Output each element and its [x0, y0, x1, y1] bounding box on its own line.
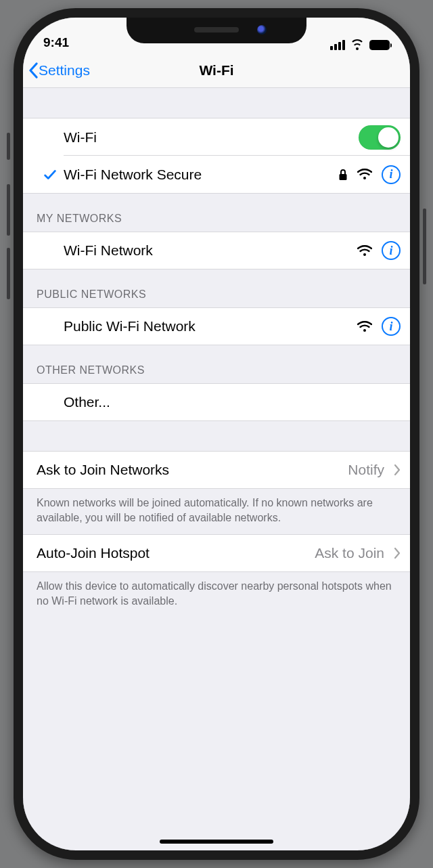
connected-network-name: Wi-Fi Network Secure — [64, 167, 338, 183]
public-network-row[interactable]: Public Wi-Fi Network i — [23, 307, 410, 345]
ask-to-join-label: Ask to Join Networks — [37, 462, 348, 478]
ask-to-join-row[interactable]: Ask to Join Networks Notify — [23, 451, 410, 489]
back-label: Settings — [39, 62, 90, 79]
status-time: 9:41 — [43, 35, 330, 50]
home-indicator[interactable] — [160, 840, 273, 844]
front-camera — [257, 25, 267, 35]
status-bar: 9:41 — [23, 18, 410, 53]
navigation-bar: Settings Wi-Fi — [23, 53, 410, 88]
phone-frame: 9:41 Settings Wi-Fi — [14, 8, 419, 860]
auto-join-value: Ask to Join — [315, 545, 384, 561]
svg-point-2 — [363, 253, 366, 256]
back-button[interactable]: Settings — [28, 62, 90, 79]
ask-to-join-footer: Known networks will be joined automatica… — [23, 489, 410, 534]
other-networks-header: OTHER NETWORKS — [23, 345, 410, 383]
wifi-signal-icon — [357, 245, 372, 257]
wifi-toggle-label: Wi-Fi — [64, 129, 359, 146]
auto-join-row[interactable]: Auto-Join Hotspot Ask to Join — [23, 534, 410, 572]
wifi-toggle-row: Wi-Fi — [23, 118, 410, 156]
ask-to-join-value: Notify — [348, 462, 384, 478]
network-name: Wi-Fi Network — [64, 242, 357, 259]
my-networks-header: MY NETWORKS — [23, 194, 410, 232]
volume-up-button — [7, 184, 10, 236]
checkmark-icon — [43, 167, 58, 182]
wifi-signal-icon — [357, 169, 372, 180]
other-network-row[interactable]: Other... — [23, 383, 410, 421]
connected-network-row[interactable]: Wi-Fi Network Secure i — [23, 156, 410, 194]
svg-rect-0 — [340, 174, 347, 180]
battery-icon — [369, 40, 390, 50]
volume-down-button — [7, 248, 10, 299]
mute-switch — [7, 133, 10, 160]
lock-icon — [338, 169, 348, 181]
chevron-right-icon — [394, 547, 401, 559]
earpiece — [194, 27, 239, 32]
cellular-signal-icon — [330, 40, 345, 50]
wifi-signal-icon — [357, 321, 372, 332]
svg-point-3 — [363, 329, 366, 332]
chevron-left-icon — [28, 62, 38, 79]
auto-join-label: Auto-Join Hotspot — [37, 545, 315, 561]
info-button[interactable]: i — [382, 241, 401, 260]
info-button[interactable]: i — [382, 165, 401, 184]
page-title: Wi-Fi — [199, 62, 233, 79]
my-network-row[interactable]: Wi-Fi Network i — [23, 232, 410, 269]
chevron-right-icon — [394, 464, 401, 476]
svg-point-1 — [363, 177, 366, 179]
network-name: Public Wi-Fi Network — [64, 318, 357, 334]
public-networks-header: PUBLIC NETWORKS — [23, 269, 410, 307]
wifi-status-icon — [350, 39, 365, 50]
wifi-toggle[interactable] — [359, 125, 401, 150]
other-label: Other... — [64, 394, 401, 410]
info-button[interactable]: i — [382, 317, 401, 336]
auto-join-footer: Allow this device to automatically disco… — [23, 572, 410, 617]
power-button — [423, 209, 426, 284]
